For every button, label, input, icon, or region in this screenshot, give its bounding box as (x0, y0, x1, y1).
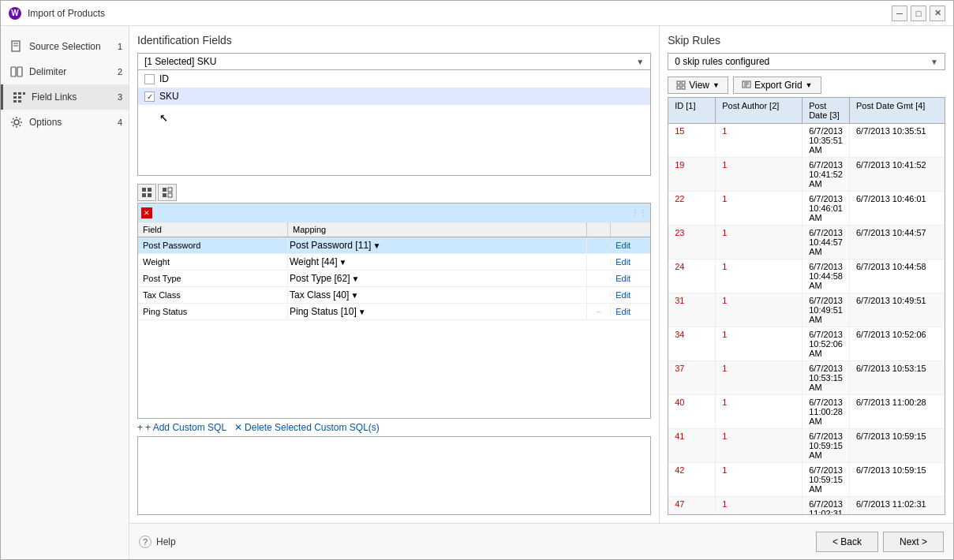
header-mapping: Mapping (288, 222, 587, 237)
cell-weight-expr (587, 259, 611, 264)
sidebar-item-options[interactable]: Options 4 (1, 110, 129, 135)
row-weight: Weight Weight [44] ▼ Edit (138, 254, 650, 271)
content-area: Identification Fields [1 Selected] SKU ▼ (129, 26, 953, 559)
post-type-arrow: ▼ (352, 274, 360, 283)
cell-ping-status-edit: Edit (611, 304, 650, 319)
dropdown-label-id: ID (159, 73, 169, 84)
data-row-41[interactable]: 41 1 6/7/2013 10:59:15 AM 6/7/2013 10:59… (668, 429, 945, 463)
col-header-id[interactable]: ID [1] (668, 98, 716, 123)
col-header-author[interactable]: Post Author [2] (716, 98, 802, 123)
window-title: Import of Products (28, 8, 105, 19)
cell-id-41: 41 (668, 429, 716, 462)
col-header-gmt[interactable]: Post Date Gmt [4] (850, 98, 945, 123)
add-custom-sql-btn[interactable]: + + Add Custom SQL (137, 422, 226, 433)
svg-rect-6 (13, 96, 17, 99)
add-custom-sql-label: + Add Custom SQL (145, 422, 226, 433)
edit-weight[interactable]: Edit (615, 257, 630, 267)
help-area[interactable]: ? Help (139, 536, 176, 548)
footer-buttons: < Back Next > (816, 532, 944, 552)
maximize-button[interactable]: □ (911, 6, 926, 21)
data-row-47[interactable]: 47 1 6/7/2013 11:02:31 AM 6/7/2013 11:02… (668, 497, 945, 514)
cell-id-47: 47 (668, 497, 716, 514)
cursor-icon: ↖ (159, 108, 168, 125)
edit-tax-class[interactable]: Edit (615, 290, 630, 300)
svg-rect-20 (168, 193, 172, 197)
skip-rules-dropdown[interactable]: 0 skip rules configured ▼ (668, 53, 945, 70)
cell-gmt-19: 6/7/2013 10:41:52 (850, 158, 945, 191)
svg-point-12 (14, 120, 19, 125)
minimize-button[interactable]: ─ (892, 6, 907, 21)
edit-post-type[interactable]: Edit (615, 274, 630, 283)
row-post-password: Post Password Post Password [11] ▼ Edit (138, 237, 650, 254)
app-icon: W (9, 7, 21, 20)
data-row-42[interactable]: 42 1 6/7/2013 10:59:15 AM 6/7/2013 10:59… (668, 463, 945, 497)
svg-rect-17 (163, 188, 166, 192)
view-button[interactable]: View ▼ (668, 77, 728, 94)
checkbox-sku[interactable] (144, 91, 155, 102)
delete-custom-sql-btn[interactable]: ✕ Delete Selected Custom SQL(s) (234, 422, 380, 433)
data-row-23[interactable]: 23 1 6/7/2013 10:44:57 AM 6/7/2013 10:44… (668, 226, 945, 259)
cell-author-47: 1 (716, 497, 802, 514)
cell-author-41: 1 (716, 429, 802, 462)
grid-view-btn[interactable] (137, 184, 156, 201)
identification-dropdown-arrow: ▼ (636, 58, 644, 66)
sidebar-label-field-links: Field Links (32, 91, 119, 103)
data-row-15[interactable]: 15 1 6/7/2013 10:35:51 AM 6/7/2013 10:35… (668, 124, 945, 158)
cell-author-22: 1 (716, 192, 802, 225)
sql-textarea[interactable] (138, 437, 650, 514)
cell-gmt-37: 6/7/2013 10:53:15 (850, 361, 945, 394)
cell-post-password-expr (587, 243, 611, 248)
next-button[interactable]: Next > (883, 532, 944, 552)
skip-rules-value: 0 skip rules configured (675, 56, 930, 67)
cell-author-23: 1 (716, 226, 802, 259)
export-grid-button[interactable]: Export Grid ▼ (733, 77, 821, 94)
cell-id-31: 31 (668, 293, 716, 327)
skip-rules-dropdown-container: 0 skip rules configured ▼ (668, 53, 945, 70)
list-view-btn[interactable] (158, 184, 177, 201)
view-dropdown-arrow: ▼ (713, 81, 720, 89)
svg-rect-11 (23, 92, 25, 95)
dropdown-item-id[interactable]: ID (138, 70, 650, 88)
sidebar-item-field-links[interactable]: Field Links 3 (1, 84, 129, 110)
sidebar-item-delimiter[interactable]: Delimiter 2 (1, 59, 129, 84)
skip-rules-arrow: ▼ (930, 58, 938, 66)
dropdown-item-sku[interactable]: SKU (138, 88, 650, 105)
cell-author-37: 1 (716, 361, 802, 394)
col-header-date[interactable]: Post Date [3] (802, 98, 850, 123)
identification-title: Identification Fields (137, 34, 651, 47)
data-grid-toolbar: View ▼ Export Grid ▼ (668, 77, 945, 94)
svg-rect-19 (163, 193, 166, 197)
data-row-19[interactable]: 19 1 6/7/2013 10:41:52 AM 6/7/2013 10:41… (668, 158, 945, 192)
cell-date-23: 6/7/2013 10:44:57 AM (802, 226, 850, 259)
cell-gmt-31: 6/7/2013 10:49:51 (850, 293, 945, 327)
checkbox-id[interactable] (144, 74, 155, 84)
row-post-type: Post Type Post Type [62] ▼ Edit (138, 271, 650, 287)
sidebar-item-source-selection[interactable]: Source Selection 1 (1, 34, 129, 59)
back-button[interactable]: < Back (816, 532, 878, 552)
field-links-grid: ✕ ⋮⋮ Field Mapping (137, 203, 651, 419)
data-row-34[interactable]: 34 1 6/7/2013 10:52:06 AM 6/7/2013 10:52… (668, 327, 945, 361)
row-ping-status: Ping Status Ping Status [10] ▼ ··· Edit (138, 304, 650, 320)
sidebar-num-1: 1 (118, 42, 122, 51)
close-button[interactable]: ✕ (930, 6, 945, 21)
data-row-31[interactable]: 31 1 6/7/2013 10:49:51 AM 6/7/2013 10:49… (668, 293, 945, 327)
cell-gmt-40: 6/7/2013 11:00:28 (850, 395, 945, 428)
cell-date-19: 6/7/2013 10:41:52 AM (802, 158, 850, 191)
edit-post-password[interactable]: Edit (615, 241, 630, 250)
data-row-24[interactable]: 24 1 6/7/2013 10:44:58 AM 6/7/2013 10:44… (668, 259, 945, 293)
right-panel: Skip Rules 0 skip rules configured ▼ (660, 26, 953, 523)
identification-dropdown[interactable]: [1 Selected] SKU ▼ (137, 53, 651, 70)
drag-handle[interactable]: ⋮⋮ (631, 208, 647, 217)
data-row-22[interactable]: 22 1 6/7/2013 10:46:01 AM 6/7/2013 10:46… (668, 192, 945, 226)
dropdown-spacer (138, 128, 650, 175)
data-row-40[interactable]: 40 1 6/7/2013 11:00:28 AM 6/7/2013 11:00… (668, 395, 945, 429)
cell-gmt-22: 6/7/2013 10:46:01 (850, 192, 945, 225)
cell-ping-status-expr: ··· (587, 305, 611, 318)
data-row-37[interactable]: 37 1 6/7/2013 10:53:15 AM 6/7/2013 10:53… (668, 361, 945, 395)
cell-author-40: 1 (716, 395, 802, 428)
svg-rect-7 (13, 100, 17, 103)
cursor-area: ↖ (138, 105, 650, 128)
edit-ping-status[interactable]: Edit (615, 307, 630, 316)
close-selected-btn[interactable]: ✕ (141, 207, 152, 218)
cell-date-37: 6/7/2013 10:53:15 AM (802, 361, 850, 394)
